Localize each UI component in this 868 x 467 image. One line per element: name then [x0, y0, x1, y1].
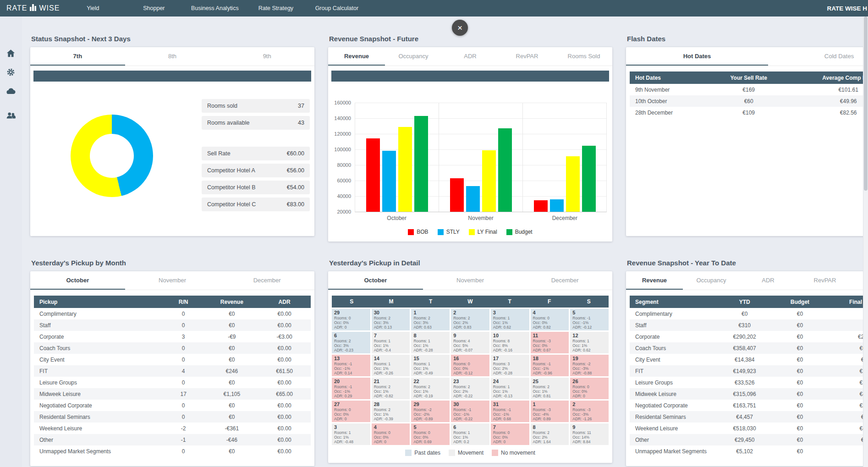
table-row: Midweek Leisure€315,096€0€463, — [630, 388, 868, 400]
table-cell: Negotiated Corporate — [34, 402, 161, 409]
table-cell: €0 — [774, 437, 826, 443]
day-occ-value: Occ: 14% — [572, 435, 606, 440]
day-rooms-value: Rooms: -1 — [572, 316, 606, 320]
status-body: Rooms sold37Rooms available43Sell Rate€6… — [30, 82, 314, 214]
nav-item-rate-strategy[interactable]: Rate Strategy — [245, 0, 306, 16]
day-number: 27 — [334, 401, 368, 407]
column-header-your-sell-rate: Your Sell Rate — [707, 75, 790, 81]
stat-value: €54.00 — [287, 184, 304, 191]
stat-row-rooms-sold: Rooms sold37 — [202, 99, 310, 113]
account-hotel-label[interactable]: RATE WISE H — [827, 5, 868, 12]
calendar-legend-label: Movement — [458, 450, 483, 456]
chart-legend: BOBSTLYLY FinalBudget — [328, 229, 612, 235]
y-tick-label: 20000 — [337, 209, 351, 214]
tab-8th[interactable]: 8th — [125, 47, 220, 66]
table-cell: €463, — [826, 391, 868, 397]
main-nav: YieldShopperBusiness AnalyticsRate Strat… — [62, 0, 367, 16]
users-icon[interactable] — [6, 110, 16, 121]
nav-item-shopper[interactable]: Shopper — [123, 0, 184, 16]
day-occ-value: Occ: 1% — [413, 366, 447, 371]
home-icon[interactable] — [6, 49, 16, 59]
table-row: Midweek Leisure17€1,105€65.00 — [34, 388, 311, 400]
day-adr-value: ADR: -0.16 — [493, 348, 527, 352]
tab-october[interactable]: October — [328, 271, 423, 290]
nav-item-business-analytics[interactable]: Business Analytics — [184, 0, 245, 16]
table-cell: €163,751 — [715, 402, 774, 409]
calendar-day-cell: 26Rooms: 0Occ: 0%ADR: 0 — [570, 378, 609, 399]
tab-revenue[interactable]: Revenue — [328, 47, 385, 66]
tab-9th[interactable]: 9th — [220, 47, 314, 66]
table-row: Negotiated Corporate0€0€0.00 — [34, 400, 311, 411]
tab-7th[interactable]: 7th — [30, 47, 125, 66]
calendar-day-cell: 1Rooms: -3Occ: -4%ADR: 0.89 — [531, 401, 569, 422]
table-cell: 0 — [161, 402, 206, 409]
calendar-day-cell: 12Rooms: 1Occ: 1%ADR: 0.62 — [570, 332, 609, 353]
legend-item-bob: BOB — [408, 229, 428, 235]
pickup-month-table: PickupR/NRevenueADRComplimentary0€0€0.00… — [34, 296, 311, 457]
tab-revpar[interactable]: RevPAR — [797, 271, 853, 290]
app-logo[interactable]: RATE WISE — [6, 3, 60, 13]
table-cell: €0 — [774, 379, 826, 386]
table-cell: 17 — [161, 391, 206, 397]
left-sidebar — [0, 16, 22, 467]
weekday-label: F — [529, 298, 569, 305]
calendar-day-cell: 19Rooms: -2Occ: -3%ADR: -0.88 — [570, 355, 609, 376]
tab-hot-dates[interactable]: Hot Dates — [626, 47, 768, 66]
table-cell: €0 — [774, 334, 826, 340]
nav-item-yield[interactable]: Yield — [62, 0, 123, 16]
tab-october[interactable]: October — [30, 271, 125, 290]
tab-adr[interactable]: ADR — [442, 47, 499, 66]
day-occ-value: Occ: 0% — [334, 320, 368, 325]
stat-label: Rooms sold — [207, 103, 237, 109]
day-rooms-value: Rooms: 1 — [453, 430, 487, 435]
day-rooms-value: Rooms: 4 — [453, 339, 487, 343]
table-cell: €290,202 — [715, 334, 774, 340]
logo-text-left: RATE — [6, 4, 27, 12]
bar-budget-november — [498, 128, 512, 212]
status-panel-title: Status Snapshot - Next 3 Days — [31, 35, 314, 43]
vertical-scrollbar[interactable] — [863, 16, 868, 467]
pickup-detail-card: OctoberNovemberDecember SMTWTFS 29Rooms:… — [328, 271, 612, 463]
day-occ-value: Occ: 2% — [453, 320, 487, 325]
gears-icon[interactable] — [6, 67, 16, 77]
day-occ-value: Occ: 1% — [374, 366, 408, 371]
day-rooms-value: Rooms: 0 — [572, 385, 606, 389]
table-cell: 0 — [161, 379, 206, 386]
table-cell: Complimentary — [630, 311, 715, 317]
bar-stly-december — [550, 199, 564, 212]
tab-revenue[interactable]: Revenue — [626, 271, 683, 290]
table-cell: €0 — [774, 357, 826, 363]
calendar-day-cell: 27Rooms: 0Occ: 0%ADR: 0 — [332, 401, 370, 422]
tab-occupancy[interactable]: Occupancy — [683, 271, 740, 290]
tab-rooms-sold[interactable]: Rooms Sold — [555, 47, 612, 66]
tab-december[interactable]: December — [517, 271, 612, 290]
table-row: Staff0€0€0.00 — [34, 319, 311, 331]
table-cell: €65.00 — [258, 391, 311, 397]
nav-item-group-calculator[interactable]: Group Calculator — [306, 0, 367, 16]
tab-adr[interactable]: ADR — [740, 271, 797, 290]
tab-november[interactable]: November — [125, 271, 220, 290]
table-cell: €0.00 — [258, 379, 311, 386]
close-button[interactable]: × — [452, 20, 468, 36]
table-cell: €101.61 — [790, 87, 868, 93]
cloud-icon[interactable] — [6, 86, 16, 96]
tab-revpar[interactable]: RevPAR — [499, 47, 555, 66]
day-occ-value: Occ: -4% — [533, 412, 567, 417]
legend-swatch — [438, 229, 444, 235]
flash-dates-table: Hot DatesYour Sell RateAverage Comp Rate… — [630, 71, 868, 118]
day-occ-value: Occ: 0% — [572, 389, 606, 394]
calendar-day-cell: 22Rooms: 2Occ: 1%ADR: -0.19 — [411, 378, 450, 399]
day-rooms-value: Rooms: 2 — [374, 385, 408, 389]
day-occ-value: Occ: 3% — [413, 320, 447, 325]
table-cell: €5,102 — [715, 448, 774, 455]
day-adr-value: ADR: 0.89 — [533, 417, 567, 421]
legend-item-ly-final: LY Final — [469, 229, 497, 235]
table-cell: €0 — [774, 311, 826, 317]
day-adr-value: ADR: -0.28 — [413, 348, 447, 352]
tab-november[interactable]: November — [423, 271, 518, 290]
scrollbar-thumb[interactable] — [864, 16, 868, 191]
tab-december[interactable]: December — [220, 271, 314, 290]
tab-cold-dates[interactable]: Cold Dates — [768, 47, 868, 66]
rooms-donut-chart — [71, 115, 153, 197]
tab-occupancy[interactable]: Occupancy — [385, 47, 442, 66]
